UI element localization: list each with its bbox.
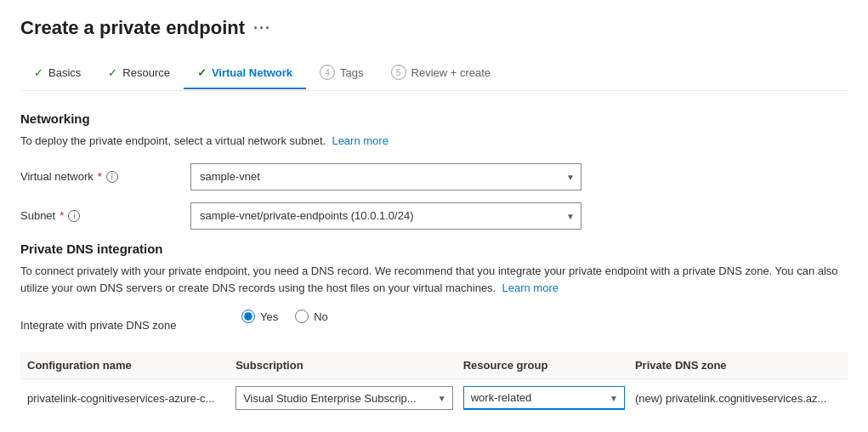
virtual-network-label: Virtual network * i <box>20 170 190 183</box>
virtual-network-row: Virtual network * i sample-vnet ▼ <box>20 163 848 190</box>
subnet-label: Subnet * i <box>20 209 190 222</box>
page-title: Create a private endpoint <box>20 17 245 39</box>
tab-virtual-network[interactable]: ✓ Virtual Network <box>184 58 306 89</box>
col-resource-group: Resource group <box>463 352 635 379</box>
integrate-dns-yes-radio[interactable] <box>241 310 255 323</box>
integrate-dns-yes-label: Yes <box>260 310 278 323</box>
virtual-network-info-icon[interactable]: i <box>106 171 118 183</box>
networking-learn-more[interactable]: Learn more <box>332 134 388 147</box>
resource-group-select[interactable]: work-related <box>463 386 625 410</box>
col-private-dns-zone: Private DNS zone <box>635 352 848 379</box>
integrate-dns-label: Integrate with private DNS zone <box>20 319 241 332</box>
table-cell-subscription: Visual Studio Enterprise Subscrip... ▼ <box>235 379 463 418</box>
tab-tags-label: Tags <box>340 66 363 79</box>
tab-basics[interactable]: ✓ Basics <box>20 58 94 89</box>
col-config-name: Configuration name <box>20 352 235 379</box>
col-subscription: Subscription <box>235 352 463 379</box>
tab-resource[interactable]: ✓ Resource <box>94 58 184 89</box>
page-title-container: Create a private endpoint ··· <box>20 17 848 39</box>
subnet-info-icon[interactable]: i <box>68 210 80 222</box>
dns-integration-section: Private DNS integration To connect priva… <box>20 242 848 418</box>
integrate-dns-no-option[interactable]: No <box>295 310 328 323</box>
integrate-dns-radio-group: Yes No <box>241 310 328 323</box>
subnet-select-wrapper: sample-vnet/private-endpoints (10.0.1.0/… <box>190 202 582 230</box>
private-dns-zone-value: (new) privatelink.cognitiveservices.az..… <box>635 392 826 405</box>
resource-group-select-wrapper: work-related ▼ <box>463 386 625 410</box>
configuration-table: Configuration name Subscription Resource… <box>20 352 848 417</box>
subnet-row: Subnet * i sample-vnet/private-endpoints… <box>20 202 848 230</box>
virtual-network-check-icon: ✓ <box>197 66 207 79</box>
dns-section-title: Private DNS integration <box>20 242 848 256</box>
basics-check-icon: ✓ <box>34 66 43 79</box>
table-cell-config-name: privatelink-cognitiveservices-azure-c... <box>20 379 235 418</box>
review-step-circle: 5 <box>391 65 406 80</box>
dns-learn-more[interactable]: Learn more <box>502 281 558 294</box>
integrate-dns-no-radio[interactable] <box>295 310 309 323</box>
tags-step-circle: 4 <box>320 65 335 80</box>
page-title-ellipsis: ··· <box>253 20 271 37</box>
table-row: privatelink-cognitiveservices-azure-c...… <box>20 379 848 418</box>
virtual-network-required: * <box>98 170 102 183</box>
networking-section: Networking To deploy the private endpoin… <box>20 111 848 230</box>
virtual-network-select-wrapper: sample-vnet ▼ <box>190 163 582 190</box>
table-header-row: Configuration name Subscription Resource… <box>20 352 848 379</box>
virtual-network-select[interactable]: sample-vnet <box>190 163 582 190</box>
tab-review-create[interactable]: 5 Review + create <box>377 56 505 90</box>
table-cell-resource-group: work-related ▼ <box>463 379 635 418</box>
resource-check-icon: ✓ <box>108 66 117 79</box>
dns-description: To connect privately with your private e… <box>20 263 848 298</box>
networking-description: To deploy the private endpoint, select a… <box>20 133 848 150</box>
subnet-required: * <box>60 209 64 222</box>
tab-basics-label: Basics <box>48 66 81 79</box>
networking-section-title: Networking <box>20 111 848 126</box>
subscription-select-wrapper: Visual Studio Enterprise Subscrip... ▼ <box>235 386 453 410</box>
table-cell-private-dns-zone: (new) privatelink.cognitiveservices.az..… <box>635 379 848 418</box>
tab-virtual-network-label: Virtual Network <box>212 66 292 79</box>
integrate-dns-no-label: No <box>314 310 328 323</box>
subnet-select[interactable]: sample-vnet/private-endpoints (10.0.1.0/… <box>190 202 582 230</box>
tab-tags[interactable]: 4 Tags <box>306 56 377 90</box>
subscription-select[interactable]: Visual Studio Enterprise Subscrip... <box>235 386 453 410</box>
wizard-tabs: ✓ Basics ✓ Resource ✓ Virtual Network 4 … <box>20 56 848 91</box>
tab-resource-label: Resource <box>122 66 170 79</box>
tab-review-create-label: Review + create <box>411 66 491 79</box>
config-name-value: privatelink-cognitiveservices-azure-c... <box>27 392 214 405</box>
integrate-dns-yes-option[interactable]: Yes <box>241 310 278 323</box>
integrate-dns-row: Integrate with private DNS zone Yes No <box>20 310 848 340</box>
